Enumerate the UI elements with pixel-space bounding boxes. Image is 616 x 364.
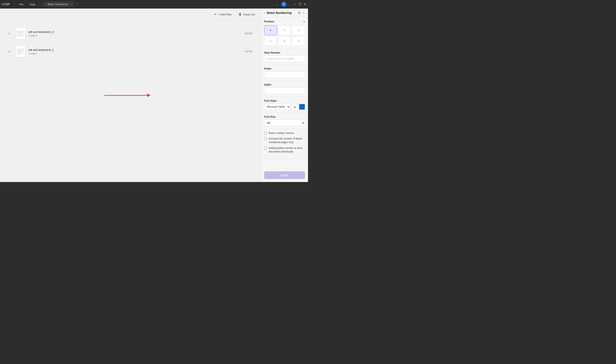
increase-pages-checkbox[interactable] [264, 137, 267, 140]
font-family-select[interactable]: Microsoft YaHei [264, 104, 290, 110]
file-name: will and testament_3 [28, 30, 242, 34]
window-controls: ⌄ B ─ ❐ ✕ [276, 1, 306, 7]
position-indicator [298, 40, 299, 42]
suffix-label: Suffix [264, 83, 305, 86]
position-section: Position ≡ [261, 17, 308, 49]
add-files-label: + Add Files [217, 13, 232, 16]
apply-button[interactable]: Apply [264, 171, 305, 179]
font-style-section: Font Style Microsoft YaHei U [261, 97, 308, 113]
file-pages: 5 pages [28, 52, 242, 55]
right-panel: ‹ Bates Numbering ⊞ ☆ Position ≡ [261, 9, 308, 182]
add-files-button[interactable]: + + Add Files [212, 12, 233, 17]
individual-label[interactable]: Adding Bates number to each document ind… [269, 146, 305, 154]
tab-label: Bates Numbering [48, 3, 68, 6]
clear-list-button[interactable]: 🗑 Clear List [237, 12, 257, 17]
underline-button[interactable]: U [292, 104, 298, 110]
file-thumbnail [16, 46, 26, 57]
tab-indicator: ◂ [45, 3, 46, 6]
titlebar-divider [14, 2, 14, 6]
main-layout: + + Add Files 🗑 Clear List 1. [0, 9, 308, 182]
font-size-select[interactable]: 6pt 7pt 8pt 9pt 10pt 12pt [264, 120, 305, 126]
position-bottom-right[interactable] [292, 36, 305, 46]
individual-row: Adding Bates number to each document ind… [264, 146, 305, 154]
close-window-button[interactable]: ✕ [304, 2, 306, 6]
minimize-button[interactable]: ─ [294, 2, 296, 6]
position-label: Position [264, 20, 274, 23]
position-indicator [284, 29, 285, 31]
list-item: 1. will and testament_3 2 pages [6, 25, 255, 42]
grid-icon[interactable]: ⊞ [298, 11, 301, 14]
bates-reverse-row: Bates number reverse [264, 131, 305, 135]
file-number: 2. [9, 50, 13, 53]
start-number-input[interactable] [264, 55, 305, 62]
ctrl-divider [290, 2, 290, 6]
tab-bates-numbering[interactable]: ◂ Bates Numbering × [43, 1, 74, 7]
new-tab-button[interactable]: + [74, 1, 80, 7]
file-name: will and testament_2 [28, 48, 242, 52]
file-pages: 2 pages [28, 34, 242, 37]
settings-icon[interactable]: ≡ [303, 20, 305, 23]
font-style-label: Font Style [264, 99, 305, 102]
back-button[interactable]: ‹ [264, 11, 265, 14]
panel-title: Bates Numbering [267, 11, 296, 14]
position-grid [264, 26, 305, 46]
trash-icon: 🗑 [238, 13, 242, 16]
app-logo: UPDF [2, 2, 10, 6]
position-bottom-left[interactable] [264, 36, 277, 46]
clear-list-label: Clear List [243, 13, 255, 16]
position-section-title: Position ≡ [264, 20, 305, 23]
options-section: Bates number reverse Increase the number… [261, 129, 308, 158]
start-number-section: Start Number [261, 49, 308, 65]
position-top-right[interactable] [292, 26, 305, 35]
file-list: 1. will and testament_3 2 pages [0, 20, 261, 182]
suffix-section: Suffix [261, 81, 308, 97]
titlebar: UPDF File Help ◂ Bates Numbering × + ⌄ B… [0, 0, 308, 9]
panel-header: ‹ Bates Numbering ⊞ ☆ [261, 9, 308, 17]
font-size-section: Font Size 6pt 7pt 8pt 9pt 10pt 12pt [261, 113, 308, 129]
file-thumbnail [16, 27, 26, 39]
bates-reverse-label[interactable]: Bates number reverse [269, 131, 294, 135]
prefix-label: Prefix [264, 67, 305, 70]
position-indicator [284, 40, 285, 42]
file-info: will and testament_3 2 pages [28, 30, 242, 37]
position-indicator [270, 29, 271, 31]
start-number-label: Start Number [264, 51, 305, 54]
bates-reverse-checkbox[interactable] [264, 132, 267, 135]
prefix-section: Prefix [261, 65, 308, 81]
file-info: will and testament_2 5 pages [28, 48, 242, 55]
increase-pages-label[interactable]: Increase the number of Bates numbered pa… [269, 137, 305, 144]
tab-close-button[interactable]: × [70, 3, 71, 6]
increase-pages-row: Increase the number of Bates numbered pa… [264, 137, 305, 144]
menu-help[interactable]: Help [27, 2, 37, 7]
tab-bar: ◂ Bates Numbering × + [43, 1, 274, 7]
file-number: 1. [9, 32, 13, 35]
font-color-button[interactable] [299, 104, 305, 110]
position-top-left[interactable] [264, 26, 277, 35]
prefix-input[interactable] [264, 72, 305, 78]
content-area: + + Add Files 🗑 Clear List 1. [0, 9, 261, 182]
chevron-down-icon[interactable]: ⌄ [276, 2, 278, 6]
bookmark-icon[interactable]: ☆ [302, 11, 305, 14]
individual-checkbox[interactable] [264, 147, 267, 150]
user-avatar[interactable]: B [281, 1, 287, 7]
position-indicator [270, 40, 271, 42]
suffix-input[interactable] [264, 88, 305, 94]
file-toolbar: + + Add Files 🗑 Clear List [0, 9, 261, 20]
add-icon: + [214, 13, 216, 16]
font-size-label: Font Size [264, 115, 305, 118]
file-size: 587KB [245, 32, 252, 35]
file-size: 197KB [245, 50, 252, 53]
font-style-row: Microsoft YaHei U [264, 104, 305, 110]
maximize-button[interactable]: ❐ [298, 2, 301, 6]
position-bottom-center[interactable] [278, 36, 291, 46]
menu-file[interactable]: File [17, 2, 26, 7]
position-indicator [298, 29, 299, 31]
list-item: 2. will and testament_2 5 pages [6, 42, 255, 60]
titlebar-divider-2 [40, 2, 40, 6]
position-top-center[interactable] [278, 26, 291, 35]
